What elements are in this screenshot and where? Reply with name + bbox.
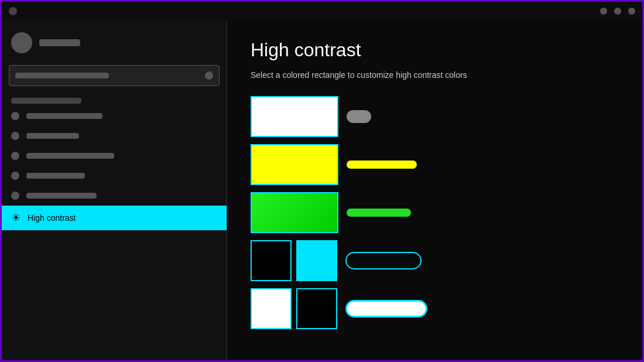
sidebar-item-3[interactable] [2,146,227,166]
sidebar: ☀ High contrast [2,21,227,360]
color-rect-white-2[interactable] [251,288,292,329]
sidebar-item-5-label [26,193,97,199]
sidebar-item-3-label [26,153,114,159]
color-rect-green[interactable] [251,192,338,233]
sidebar-item-4-icon [11,172,19,180]
sidebar-item-5-icon [11,192,19,200]
subtitle: Select a colored rectangle to customize … [251,70,619,80]
close-icon[interactable] [628,8,635,15]
sidebar-profile [2,25,227,60]
titlebar-right [600,8,635,15]
sidebar-item-high-contrast[interactable]: ☀ High contrast [2,206,227,230]
sidebar-item-1-label [26,113,102,119]
color-row-yellow [251,144,619,185]
sidebar-item-1-icon [11,112,19,120]
indicator-bar-yellow [347,160,417,169]
sidebar-item-2-icon [11,132,19,140]
sidebar-item-2-label [26,133,79,139]
indicator-oval-cyan [345,252,422,269]
search-icon [205,71,213,80]
color-row-split2 [251,288,619,329]
indicator-oval-white-filled [345,300,427,317]
color-rect-white[interactable] [251,96,338,137]
sidebar-item-4-label [26,173,85,179]
toggle-white[interactable] [347,110,371,123]
split-rects-1 [251,240,337,281]
content-area: High contrast Select a colored rectangle… [227,21,642,360]
color-row-green [251,192,619,233]
color-rect-cyan-1[interactable] [296,240,337,281]
color-rect-black-1[interactable] [251,240,292,281]
minimize-icon[interactable] [600,8,607,15]
page-title: High contrast [251,39,619,61]
sidebar-item-2[interactable] [2,126,227,146]
split-rects-2 [251,288,337,329]
sidebar-item-5[interactable] [2,186,227,206]
search-placeholder [15,73,109,78]
sidebar-item-1[interactable] [2,106,227,126]
maximize-icon[interactable] [614,8,621,15]
main-layout: ☀ High contrast High contrast Select a c… [2,21,642,360]
avatar [11,32,32,53]
titlebar-left [9,7,17,15]
sidebar-item-3-icon [11,152,19,160]
color-rect-black-2[interactable] [296,288,337,329]
search-bar[interactable] [9,65,220,86]
sidebar-item-4[interactable] [2,166,227,186]
titlebar [2,2,642,21]
sidebar-items-list: ☀ High contrast [2,106,227,360]
color-rows [251,96,619,329]
indicator-bar-green [347,209,411,217]
color-rect-yellow[interactable] [251,144,338,185]
color-row-white [251,96,619,137]
sidebar-username [39,39,80,46]
color-row-split1 [251,240,619,281]
high-contrast-icon: ☀ [11,211,20,224]
sidebar-item-high-contrast-label: High contrast [28,213,76,223]
sidebar-section-label [11,98,81,104]
titlebar-dot [9,7,17,15]
